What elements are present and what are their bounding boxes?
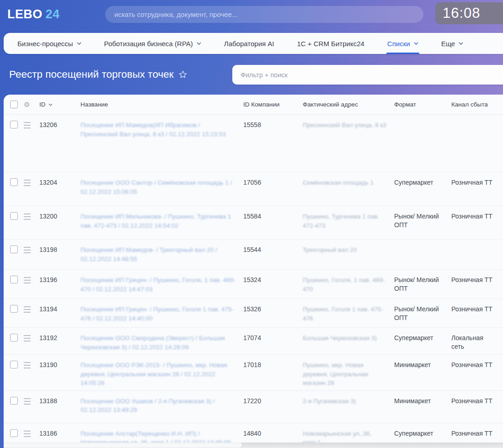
row-checkbox[interactable]: [10, 121, 18, 128]
nav-item[interactable]: 1С + CRM Битрикс24: [297, 33, 364, 54]
burger-menu-icon[interactable]: [24, 362, 31, 368]
burger-menu-icon[interactable]: [24, 277, 31, 283]
table-row: 13200 Посещение ИП Мельникова- / Пушкино…: [4, 206, 503, 239]
clock-widget: 16:08: [435, 2, 503, 24]
row-name-link[interactable]: Посещение ООО Ушаков / 2-я Пугачевская 3…: [80, 391, 243, 417]
horizontal-scrollbar-thumb[interactable]: [4, 443, 243, 448]
column-header-company-id[interactable]: ID Компании: [243, 101, 303, 108]
global-search-input[interactable]: [105, 6, 423, 23]
row-checkbox[interactable]: [10, 334, 18, 341]
row-id: 13204: [39, 172, 80, 190]
burger-menu-icon[interactable]: [24, 306, 31, 313]
row-checkbox[interactable]: [10, 397, 18, 405]
row-id: 13196: [39, 270, 80, 287]
table-header-row: ⚙ ID Название ID Компании Фактический ад…: [4, 95, 503, 115]
burger-menu-icon[interactable]: [24, 180, 31, 186]
row-format: [394, 115, 451, 123]
row-checkbox-cell: [10, 206, 24, 225]
row-address: Большая Черкизовская 3): [303, 328, 394, 346]
row-name-link[interactable]: Посещение ООО РЭК-2015- / Пушкино, мкр. …: [80, 355, 243, 390]
table-row: 13194 Посещение ИП Грицен- / Пушкино, Го…: [4, 299, 503, 327]
row-checkbox[interactable]: [10, 276, 18, 283]
page-title: Реестр посещений торговых точек: [9, 69, 187, 80]
row-channel: Розничная ТТ: [451, 423, 503, 441]
nav-item[interactable]: Еще: [441, 33, 464, 54]
row-format: Минимаркет: [394, 391, 451, 408]
row-address: Пресненский Вал улица, 8 к3: [303, 115, 394, 133]
app-logo[interactable]: LEBO24: [7, 7, 59, 21]
nav-item-label: 1С + CRM Битрикс24: [297, 40, 364, 48]
row-checkbox[interactable]: [10, 212, 18, 220]
row-name-link[interactable]: Посещение ИП Мамедов(ИП Ибрагимов / Прес…: [80, 115, 243, 141]
main-nav: Бизнес-процессы Роботизация бизнеса (RPA…: [4, 33, 503, 54]
nav-item[interactable]: Роботизация бизнеса (RPA): [104, 33, 201, 54]
row-checkbox[interactable]: [10, 361, 18, 368]
burger-menu-icon[interactable]: [24, 247, 31, 253]
row-menu-cell: [24, 270, 39, 288]
row-checkbox-cell: [10, 328, 24, 347]
row-checkbox[interactable]: [10, 245, 18, 253]
table-row: 13204 Посещение ООО Сантор / Семёновская…: [4, 172, 503, 206]
chevron-down-icon: [459, 42, 463, 45]
nav-item-label: Лаборатория AI: [224, 40, 274, 48]
nav-item[interactable]: Лаборатория AI: [224, 33, 274, 54]
row-format: Минимаркет: [394, 355, 451, 372]
star-icon[interactable]: [178, 70, 187, 79]
burger-menu-icon[interactable]: [24, 431, 31, 437]
row-company-id: 15558: [243, 115, 303, 132]
column-header-address[interactable]: Фактический адрес: [303, 101, 394, 108]
column-header-format[interactable]: Формат: [394, 101, 451, 108]
row-checkbox[interactable]: [10, 429, 18, 437]
row-channel: Розничная ТТ: [451, 270, 503, 287]
column-header-channel[interactable]: Канал сбыта: [451, 101, 503, 108]
row-checkbox[interactable]: [10, 305, 18, 313]
row-id: 13190: [39, 355, 80, 372]
row-name-link[interactable]: Посещение ООО Сантор / Семёновская площа…: [80, 172, 243, 199]
table-row: 13206 Посещение ИП Мамедов(ИП Ибрагимов …: [4, 115, 503, 172]
column-settings: ⚙: [24, 101, 39, 109]
row-id: 13206: [39, 115, 80, 132]
row-channel: Локальная сеть: [451, 328, 503, 354]
select-all-checkbox-cell: [10, 101, 24, 108]
row-channel: Розничная ТТ: [451, 391, 503, 408]
row-name-link[interactable]: Посещение ООО Смородина (Эверест) / Боль…: [80, 328, 243, 354]
row-id: 13192: [39, 328, 80, 345]
column-header-name[interactable]: Название: [80, 101, 243, 108]
row-checkbox-cell: [10, 270, 24, 288]
row-company-id: 17056: [243, 172, 303, 190]
table-row: 13198 Посещение ИП Мамедов- / Трехгорный…: [4, 239, 503, 269]
row-address: Пушкино, Тургенева 1 пав. 472-473: [303, 206, 394, 233]
row-name-link[interactable]: Посещение ИП Мельникова- / Пушкино, Тург…: [80, 206, 243, 233]
row-checkbox[interactable]: [10, 178, 18, 186]
clock-time: 16:08: [443, 5, 481, 21]
burger-menu-icon[interactable]: [24, 122, 31, 128]
row-name-link[interactable]: Посещение ИП Грицен- / Пушкино, Гоголя, …: [80, 270, 243, 296]
row-company-id: 15326: [243, 299, 303, 316]
nav-item[interactable]: Бизнес-процессы: [17, 33, 81, 54]
select-all-checkbox[interactable]: [10, 101, 18, 108]
row-name-link[interactable]: Посещение ИП Грицен- / Пушкино, Гоголя 1…: [80, 299, 243, 325]
nav-item[interactable]: Списки: [387, 33, 418, 54]
row-channel: Розничная ТТ: [451, 355, 503, 372]
row-menu-cell: [24, 355, 39, 373]
burger-menu-icon[interactable]: [24, 398, 31, 405]
row-address: Семёновская площадь 1: [303, 172, 394, 190]
burger-menu-icon[interactable]: [24, 335, 31, 341]
sort-chevron-icon: [48, 103, 53, 106]
table-row: 13188 Посещение ООО Ушаков / 2-я Пугачев…: [4, 390, 503, 423]
burger-menu-icon[interactable]: [24, 213, 31, 220]
row-checkbox-cell: [10, 299, 24, 318]
horizontal-scrollbar[interactable]: [4, 443, 503, 448]
row-format: Супермаркет: [394, 423, 451, 441]
filter-search-input[interactable]: [232, 65, 503, 85]
row-menu-cell: [24, 115, 39, 133]
column-header-id[interactable]: ID: [39, 101, 80, 108]
row-channel: [451, 240, 503, 248]
nav-item-label: Бизнес-процессы: [17, 40, 73, 48]
row-channel: Розничная ТТ: [451, 206, 503, 224]
row-id: 13186: [39, 423, 80, 441]
page-title-text: Реестр посещений торговых точек: [9, 69, 174, 80]
row-name-link[interactable]: Посещение ИП Мамедов- / Трехгорный вал 2…: [80, 240, 243, 266]
gear-icon[interactable]: ⚙: [24, 101, 30, 109]
nav-item-label: Еще: [441, 40, 455, 48]
